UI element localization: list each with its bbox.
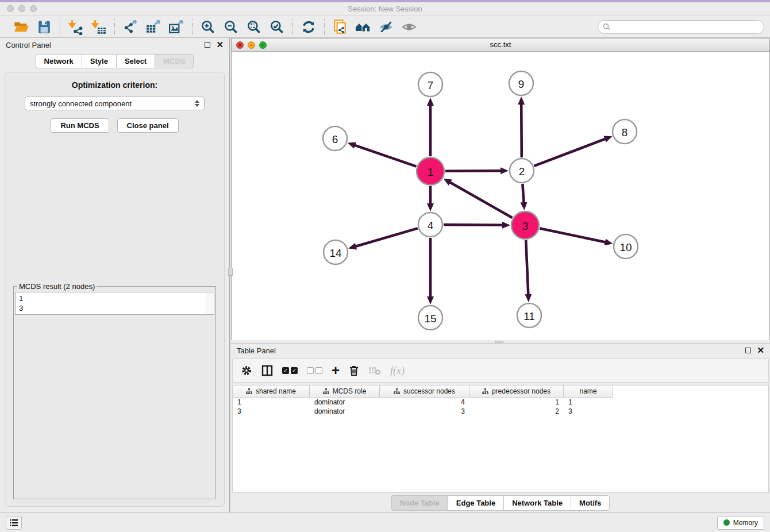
table-cell[interactable]: 4 <box>380 398 469 407</box>
graph-edge-3-1[interactable] <box>449 182 512 218</box>
memory-button[interactable]: Memory <box>717 516 764 530</box>
save-session-button[interactable] <box>34 18 54 36</box>
network-graph[interactable]: 7968124314101511 <box>232 52 769 340</box>
zoom-in-icon <box>200 19 216 35</box>
table-cell[interactable]: 3 <box>233 407 310 416</box>
graph-edge-3-10[interactable] <box>540 228 606 242</box>
export-network-button[interactable] <box>121 18 140 36</box>
graph-edge-4-3[interactable] <box>444 225 503 225</box>
graph-edge-1-2[interactable] <box>445 171 502 171</box>
search-box[interactable] <box>598 20 764 34</box>
graph-edge-2-9[interactable] <box>521 103 522 157</box>
node-table: shared nameMCDS rolesuccessor nodesprede… <box>232 385 769 493</box>
maximize-window-icon[interactable] <box>30 5 37 12</box>
tab-node-table[interactable]: Node Table <box>391 495 448 511</box>
close-panel-button[interactable]: Close panel <box>117 118 179 133</box>
apply-layout-button[interactable] <box>299 18 318 36</box>
table-cell[interactable]: 3 <box>564 407 613 416</box>
import-network-button[interactable] <box>66 18 86 36</box>
table-cell[interactable]: 3 <box>380 407 469 416</box>
panel-splitter-vertical[interactable] <box>229 38 231 512</box>
column-header-mcds-role[interactable]: MCDS role <box>310 385 380 398</box>
result-scrollbar[interactable] <box>206 293 213 314</box>
tab-edge-table[interactable]: Edge Table <box>448 495 503 511</box>
graph-node-11[interactable]: 11 <box>517 303 541 327</box>
zoom-fit-button[interactable] <box>244 18 264 36</box>
column-header-shared-name[interactable]: shared name <box>233 385 310 398</box>
table-cell[interactable]: 1 <box>564 398 613 407</box>
float-panel-icon[interactable] <box>745 348 751 353</box>
close-panel-icon[interactable]: ✕ <box>216 42 224 48</box>
close-panel-icon[interactable]: ✕ <box>757 348 764 353</box>
zoom-selected-button[interactable] <box>267 18 287 36</box>
delete-table-button[interactable] <box>368 365 381 376</box>
graph-node-3[interactable]: 3 <box>511 211 539 239</box>
column-header-name[interactable]: name <box>564 385 613 398</box>
open-folder-icon <box>13 20 29 34</box>
graph-node-1[interactable]: 1 <box>417 157 444 185</box>
network-close-icon[interactable]: ✕ <box>236 41 244 49</box>
delete-column-button[interactable] <box>349 365 359 376</box>
tab-network[interactable]: Network <box>36 54 82 68</box>
table-row[interactable]: 3dominator323 <box>233 407 768 416</box>
zoom-out-button[interactable] <box>221 18 241 36</box>
splitter-grip[interactable] <box>228 268 233 276</box>
new-network-from-selection-button[interactable] <box>330 18 350 36</box>
graph-node-7[interactable]: 7 <box>418 72 442 97</box>
network-canvas[interactable]: 7968124314101511 <box>232 52 769 342</box>
tab-motifs[interactable]: Motifs <box>571 495 610 511</box>
mcds-result-box[interactable]: 1 3 <box>15 292 214 315</box>
graph-edge-4-14[interactable] <box>355 228 418 246</box>
graph-node-8[interactable]: 8 <box>613 119 637 144</box>
table-cell[interactable]: 1 <box>469 398 564 407</box>
network-maximize-icon[interactable]: + <box>259 41 267 49</box>
task-history-button[interactable] <box>6 516 22 530</box>
graph-node-14[interactable]: 14 <box>324 240 348 264</box>
select-all-columns-button[interactable]: ✓✓ <box>282 367 298 374</box>
panel-splitter-horizontal[interactable] <box>231 340 770 343</box>
column-settings-button[interactable] <box>241 365 252 376</box>
optimization-criterion-label: Optimization criterion: <box>12 80 217 90</box>
graph-node-15[interactable]: 15 <box>418 306 442 330</box>
export-table-button[interactable] <box>144 18 163 36</box>
run-mcds-button[interactable]: Run MCDS <box>51 118 109 133</box>
first-neighbors-button[interactable] <box>353 18 373 36</box>
graph-node-10[interactable]: 10 <box>614 234 638 259</box>
column-header-predecessor-nodes[interactable]: predecessor nodes <box>469 385 564 398</box>
tab-mcds[interactable]: MCDS <box>155 54 194 68</box>
zoom-in-button[interactable] <box>198 18 218 36</box>
tab-network-table[interactable]: Network Table <box>503 495 571 511</box>
splitter-grip[interactable] <box>495 341 503 343</box>
graph-node-9[interactable]: 9 <box>509 71 533 95</box>
table-cell[interactable]: dominator <box>310 407 380 416</box>
search-input[interactable] <box>613 23 759 31</box>
import-table-button[interactable] <box>89 18 109 36</box>
graph-edge-3-11[interactable] <box>526 240 528 295</box>
export-image-button[interactable] <box>167 18 186 36</box>
table-row[interactable]: 1dominator411 <box>233 398 768 407</box>
column-header-successor-nodes[interactable]: successor nodes <box>380 385 469 398</box>
network-minimize-icon[interactable]: − <box>248 41 255 49</box>
open-file-button[interactable] <box>11 18 31 36</box>
hide-selected-button[interactable] <box>376 18 396 36</box>
graph-edge-2-8[interactable] <box>534 138 606 165</box>
graph-node-4[interactable]: 4 <box>418 213 442 237</box>
deselect-all-columns-button[interactable] <box>307 367 322 374</box>
float-panel-icon[interactable] <box>205 42 210 48</box>
table-cell[interactable]: dominator <box>310 398 380 407</box>
graph-edge-2-3[interactable] <box>522 184 523 203</box>
table-cell[interactable]: 2 <box>469 407 564 416</box>
column-browser-button[interactable] <box>261 365 273 376</box>
table-cell[interactable]: 1 <box>233 398 310 407</box>
tab-style[interactable]: Style <box>82 54 116 68</box>
graph-edge-1-6[interactable] <box>354 145 416 166</box>
add-column-button[interactable]: + <box>332 365 340 376</box>
tab-select[interactable]: Select <box>116 54 155 68</box>
show-all-button[interactable] <box>399 18 419 36</box>
minimize-window-icon[interactable] <box>18 5 25 12</box>
function-builder-button[interactable]: f(x) <box>390 365 405 377</box>
graph-node-6[interactable]: 6 <box>323 126 347 151</box>
optimization-criterion-select[interactable]: strongly connected component <box>25 97 205 110</box>
graph-node-2[interactable]: 2 <box>510 159 534 183</box>
close-window-icon[interactable] <box>7 5 14 12</box>
